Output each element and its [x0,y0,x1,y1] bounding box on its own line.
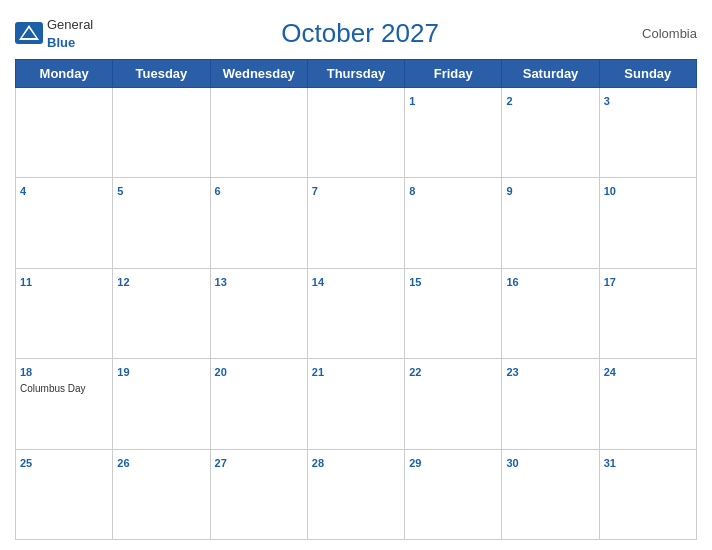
day-number: 7 [312,185,318,197]
day-number: 24 [604,366,616,378]
calendar-cell: 1 [405,88,502,178]
calendar-cell: 16 [502,268,599,358]
calendar-cell [16,88,113,178]
calendar-body: 123456789101112131415161718Columbus Day1… [16,88,697,540]
day-number: 8 [409,185,415,197]
day-number: 14 [312,276,324,288]
calendar-cell: 3 [599,88,696,178]
day-number: 9 [506,185,512,197]
calendar-cell: 25 [16,449,113,539]
logo-blue: Blue [47,35,75,50]
calendar-cell: 13 [210,268,307,358]
week-row: 11121314151617 [16,268,697,358]
day-number: 19 [117,366,129,378]
calendar-cell: 17 [599,268,696,358]
calendar-cell: 4 [16,178,113,268]
day-number: 18 [20,366,32,378]
day-number: 27 [215,457,227,469]
calendar-cell: 11 [16,268,113,358]
week-row: 25262728293031 [16,449,697,539]
calendar-cell: 27 [210,449,307,539]
day-number: 22 [409,366,421,378]
day-number: 15 [409,276,421,288]
week-row: 18Columbus Day192021222324 [16,359,697,449]
day-number: 4 [20,185,26,197]
day-number: 5 [117,185,123,197]
calendar-cell: 10 [599,178,696,268]
calendar-cell: 15 [405,268,502,358]
day-number: 28 [312,457,324,469]
calendar-cell: 21 [307,359,404,449]
calendar-cell [210,88,307,178]
calendar-cell: 19 [113,359,210,449]
day-number: 21 [312,366,324,378]
week-row: 45678910 [16,178,697,268]
week-row: 123 [16,88,697,178]
calendar-cell: 9 [502,178,599,268]
calendar-cell: 20 [210,359,307,449]
day-number: 30 [506,457,518,469]
calendar-cell [113,88,210,178]
day-number: 31 [604,457,616,469]
calendar-cell [307,88,404,178]
day-number: 13 [215,276,227,288]
weekday-row: Monday Tuesday Wednesday Thursday Friday… [16,60,697,88]
calendar-cell: 31 [599,449,696,539]
day-number: 2 [506,95,512,107]
calendar-cell: 24 [599,359,696,449]
calendar-cell: 8 [405,178,502,268]
day-number: 17 [604,276,616,288]
calendar-cell: 29 [405,449,502,539]
day-number: 25 [20,457,32,469]
day-number: 20 [215,366,227,378]
col-sunday: Sunday [599,60,696,88]
col-monday: Monday [16,60,113,88]
day-number: 1 [409,95,415,107]
logo: General Blue [15,15,93,51]
calendar-cell: 28 [307,449,404,539]
calendar-cell: 5 [113,178,210,268]
day-number: 26 [117,457,129,469]
col-wednesday: Wednesday [210,60,307,88]
calendar-cell: 6 [210,178,307,268]
calendar-cell: 30 [502,449,599,539]
day-number: 29 [409,457,421,469]
col-thursday: Thursday [307,60,404,88]
calendar-cell: 7 [307,178,404,268]
calendar-cell: 18Columbus Day [16,359,113,449]
logo-text: General Blue [47,15,93,51]
calendar-cell: 26 [113,449,210,539]
col-friday: Friday [405,60,502,88]
calendar-cell: 22 [405,359,502,449]
country-label: Colombia [627,26,697,41]
logo-general: General [47,17,93,32]
calendar-cell: 12 [113,268,210,358]
calendar-table: Monday Tuesday Wednesday Thursday Friday… [15,59,697,540]
day-number: 10 [604,185,616,197]
col-tuesday: Tuesday [113,60,210,88]
day-number: 12 [117,276,129,288]
day-number: 11 [20,276,32,288]
calendar-title: October 2027 [93,18,627,49]
generalblue-logo-icon [15,22,43,44]
day-number: 3 [604,95,610,107]
day-number: 16 [506,276,518,288]
day-number: 23 [506,366,518,378]
calendar-cell: 2 [502,88,599,178]
calendar-cell: 23 [502,359,599,449]
col-saturday: Saturday [502,60,599,88]
calendar-cell: 14 [307,268,404,358]
calendar-header: General Blue October 2027 Colombia [15,10,697,59]
day-number: 6 [215,185,221,197]
event-label: Columbus Day [20,382,108,395]
calendar-header-row: Monday Tuesday Wednesday Thursday Friday… [16,60,697,88]
